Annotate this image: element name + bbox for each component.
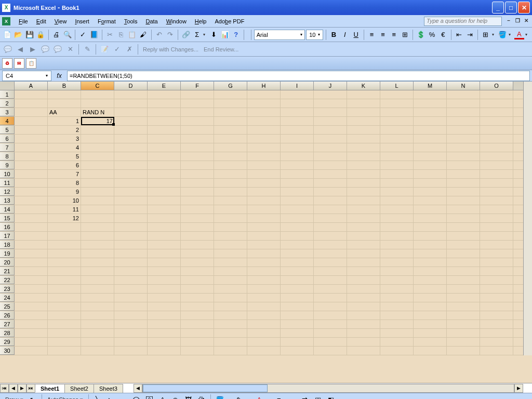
cell-J17[interactable] [314,232,347,240]
cell-C23[interactable] [81,285,114,293]
cell-C4[interactable]: 17 [81,117,114,125]
cell-K18[interactable] [347,241,380,249]
cell-O25[interactable] [480,302,513,311]
cell-K28[interactable] [347,329,380,337]
cell-O19[interactable] [480,249,513,258]
cell-N27[interactable] [447,320,480,328]
row-header-15[interactable]: 15 [0,214,15,222]
cell-M19[interactable] [414,249,447,258]
currency-icon[interactable]: 💲 [416,29,425,41]
cell-E21[interactable] [148,267,181,275]
col-header-I[interactable]: I [281,82,314,90]
increase-indent-icon[interactable]: ⇥ [465,29,475,41]
cell-L29[interactable] [380,338,414,346]
cell-H11[interactable] [247,179,281,187]
row-header-30[interactable]: 30 [0,347,15,355]
row-header-14[interactable]: 14 [0,205,15,214]
accept-change-icon[interactable]: ✓ [111,44,123,55]
cell-J20[interactable] [314,258,347,267]
cell-L3[interactable] [380,108,414,116]
cell-D16[interactable] [114,223,148,231]
cell-C29[interactable] [81,338,114,346]
cell-N22[interactable] [447,276,480,284]
cell-C6[interactable] [81,135,114,143]
cell-D7[interactable] [114,143,148,152]
cell-M4[interactable] [414,117,447,125]
cell-E23[interactable] [148,285,181,293]
cell-M29[interactable] [414,338,447,346]
decrease-indent-icon[interactable]: ⇤ [454,29,463,41]
cell-J3[interactable] [314,108,347,116]
cell-F25[interactable] [181,302,214,311]
cell-B28[interactable] [48,329,81,337]
cell-G10[interactable] [214,170,247,178]
cell-L7[interactable] [380,143,414,152]
cell-A25[interactable] [15,302,48,311]
cell-M27[interactable] [414,320,447,328]
cell-E9[interactable] [148,161,181,169]
help-icon[interactable]: ? [231,29,241,41]
cell-D6[interactable] [114,135,148,143]
cell-N2[interactable] [447,99,480,108]
cell-K12[interactable] [347,188,380,196]
cell-B13[interactable]: 10 [48,196,81,205]
oval-icon[interactable]: ◯ [131,394,142,399]
save-icon[interactable]: 💾 [24,29,34,41]
cell-J22[interactable] [314,276,347,284]
cell-F10[interactable] [181,170,214,178]
cell-K6[interactable] [347,135,380,143]
cell-D14[interactable] [114,205,148,214]
cell-L20[interactable] [380,258,414,267]
arrowstyle-icon[interactable]: ⇄ [299,394,311,399]
cell-O22[interactable] [480,276,513,284]
cell-F16[interactable] [181,223,214,231]
cell-N5[interactable] [447,126,480,134]
cell-I28[interactable] [281,329,314,337]
cell-E24[interactable] [148,294,181,302]
cell-L19[interactable] [380,249,414,258]
cell-A19[interactable] [15,249,48,258]
wordart-icon[interactable]: A [157,394,168,399]
cell-M11[interactable] [414,179,447,187]
cell-O21[interactable] [480,267,513,275]
cell-D29[interactable] [114,338,148,346]
cell-H25[interactable] [247,302,281,311]
cell-M30[interactable] [414,347,447,355]
cell-M10[interactable] [414,170,447,178]
menu-adobe-pdf[interactable]: Adobe PDF [210,17,248,26]
cell-L10[interactable] [380,170,414,178]
cell-I10[interactable] [281,170,314,178]
row-header-8[interactable]: 8 [0,152,15,161]
cell-B29[interactable] [48,338,81,346]
cell-C3[interactable]: RAND N [81,108,114,116]
next-comment-icon[interactable]: ▶ [27,44,38,55]
cell-D1[interactable] [114,90,148,99]
cell-F29[interactable] [181,338,214,346]
cell-N21[interactable] [447,267,480,275]
cell-C25[interactable] [81,302,114,311]
cell-M25[interactable] [414,302,447,311]
cell-I1[interactable] [281,90,314,99]
cell-A6[interactable] [15,135,48,143]
cell-O6[interactable] [480,135,513,143]
cell-B4[interactable]: 1 [48,117,81,125]
cell-H5[interactable] [247,126,281,134]
cell-M12[interactable] [414,188,447,196]
cell-E16[interactable] [148,223,181,231]
cell-E26[interactable] [148,311,181,320]
cell-D30[interactable] [114,347,148,355]
cell-E30[interactable] [148,347,181,355]
cell-K1[interactable] [347,90,380,99]
last-sheet-button[interactable]: ⏭ [26,384,35,393]
row-header-11[interactable]: 11 [0,179,15,187]
col-header-M[interactable]: M [414,82,447,90]
cell-B9[interactable]: 6 [48,161,81,169]
cell-A23[interactable] [15,285,48,293]
cell-O3[interactable] [480,108,513,116]
font-color-dropdown[interactable]: ▾ [525,32,530,37]
cell-N11[interactable] [447,179,480,187]
col-header-L[interactable]: L [380,82,414,90]
col-header-K[interactable]: K [347,82,380,90]
cell-C17[interactable] [81,232,114,240]
cell-K17[interactable] [347,232,380,240]
